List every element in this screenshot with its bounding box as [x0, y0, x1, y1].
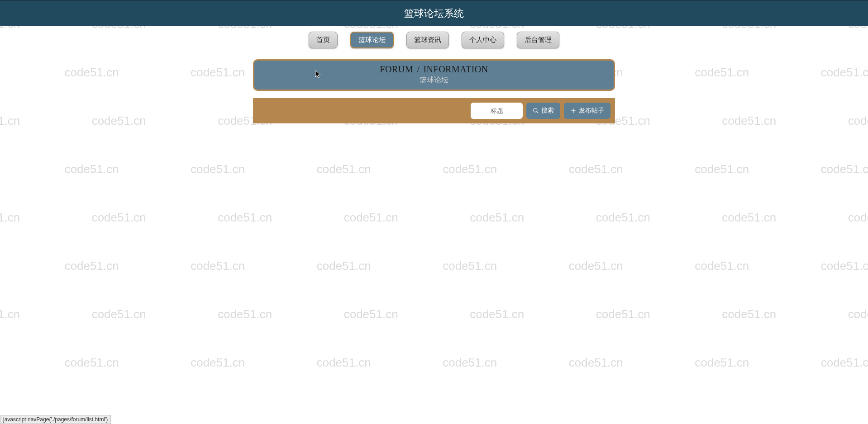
- nav-home[interactable]: 首页: [309, 32, 338, 48]
- search-icon: [533, 108, 539, 114]
- app-header: 篮球论坛系统: [0, 0, 868, 26]
- nav-personal[interactable]: 个人中心: [462, 32, 504, 48]
- forum-banner: FORUM / INFORMATION 篮球论坛: [253, 59, 615, 91]
- search-button[interactable]: 搜索: [526, 103, 560, 119]
- nav-forum[interactable]: 篮球论坛: [350, 32, 394, 48]
- new-post-button[interactable]: 发布帖子: [564, 103, 610, 119]
- main-nav: 首页 篮球论坛 篮球资讯 个人中心 后台管理: [0, 26, 868, 57]
- banner-cn: 篮球论坛: [254, 75, 614, 85]
- app-title: 篮球论坛系统: [404, 7, 464, 20]
- svg-line-1: [537, 112, 539, 113]
- content-area: FORUM / INFORMATION 篮球论坛 搜索 发布帖子: [253, 59, 615, 123]
- nav-admin[interactable]: 后台管理: [517, 32, 559, 48]
- svg-point-0: [534, 108, 537, 112]
- nav-news[interactable]: 篮球资讯: [406, 32, 449, 48]
- forum-toolbar: 搜索 发布帖子: [253, 98, 615, 123]
- banner-en-left: FORUM: [380, 64, 413, 74]
- search-input[interactable]: [471, 103, 523, 119]
- plus-icon: [570, 108, 577, 114]
- search-button-label: 搜索: [541, 107, 554, 115]
- banner-en-right: INFORMATION: [423, 64, 488, 74]
- banner-separator: /: [417, 64, 420, 74]
- new-post-button-label: 发布帖子: [579, 107, 604, 115]
